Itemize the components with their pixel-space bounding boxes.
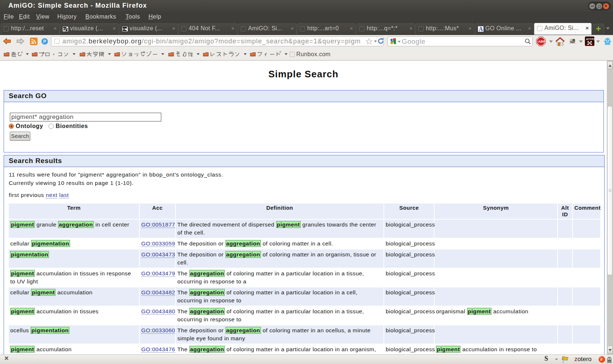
svg-text:ABP: ABP: [538, 40, 545, 43]
svg-text:P: P: [43, 39, 46, 44]
svg-text:A: A: [479, 26, 483, 32]
svg-text:HTTPS: HTTPS: [586, 38, 594, 41]
